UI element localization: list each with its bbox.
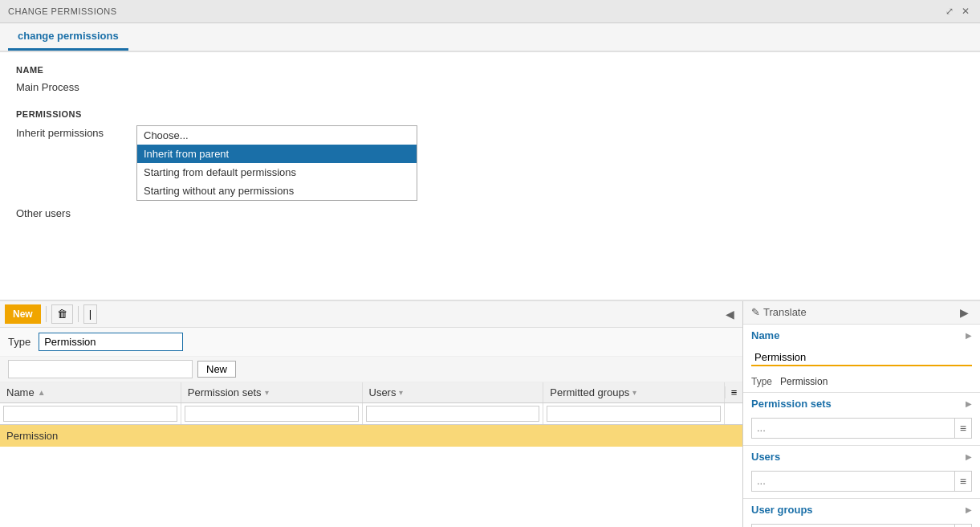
new-button[interactable]: New xyxy=(5,304,41,324)
th-users-sort: ▾ xyxy=(399,388,403,397)
rp-name-header[interactable]: Name ▶ xyxy=(743,325,980,346)
rp-psets-header[interactable]: Permission sets ▶ xyxy=(743,393,980,415)
rp-usergroups-menu-btn[interactable]: ≡ xyxy=(954,525,971,528)
name-section-label: NAME xyxy=(16,65,964,75)
expand-button[interactable]: ⤢ xyxy=(943,5,956,18)
dropdown-item-default[interactable]: Starting from default permissions xyxy=(137,163,417,182)
filter-permission-sets[interactable] xyxy=(185,406,359,422)
delete-button[interactable]: 🗑 xyxy=(51,304,73,324)
rp-name-arrow: ▶ xyxy=(966,331,972,340)
th-psets-sort: ▾ xyxy=(265,388,269,397)
rp-name-title: Name xyxy=(751,329,779,341)
new-row-input[interactable] xyxy=(8,360,193,378)
filter-permitted-groups[interactable] xyxy=(547,406,721,422)
window-title: CHANGE PERMISSIONS xyxy=(8,6,117,16)
tab-change-permissions[interactable]: change permissions xyxy=(8,23,128,51)
type-label: Type xyxy=(8,336,30,348)
permissions-dropdown[interactable]: Choose... Inherit from parent Starting f… xyxy=(136,125,417,201)
table-menu-icon[interactable]: ≡ xyxy=(725,386,742,398)
permissions-section-label: PERMISSIONS xyxy=(16,109,964,119)
rp-users-input[interactable] xyxy=(752,472,954,490)
rp-users-menu-btn[interactable]: ≡ xyxy=(954,472,971,491)
th-pgroups-sort: ▾ xyxy=(632,388,636,397)
rp-name-section: Name ▶ Type Permission xyxy=(743,325,980,393)
filter-name[interactable] xyxy=(3,406,177,422)
rp-usergroups-arrow: ▶ xyxy=(966,505,972,514)
inherit-permissions-label: Inherit permissions xyxy=(16,127,120,139)
rp-psets-menu-btn[interactable]: ≡ xyxy=(954,419,971,438)
rp-users-header[interactable]: Users ▶ xyxy=(743,446,980,468)
rp-usergroups-section: User groups ▶ ≡ xyxy=(743,499,980,528)
rp-users-arrow: ▶ xyxy=(966,452,972,461)
toolbar-extra-icon: | xyxy=(89,308,91,320)
rp-psets-arrow: ▶ xyxy=(966,399,972,408)
rp-name-input[interactable] xyxy=(751,349,972,366)
filter-users[interactable] xyxy=(366,406,540,422)
translate-label: Translate xyxy=(763,306,807,318)
toolbar-divider-1 xyxy=(46,306,47,322)
rp-psets-input[interactable] xyxy=(752,419,954,437)
main-process-value: Main Process xyxy=(16,81,964,93)
collapse-left-button[interactable]: ◀ xyxy=(722,308,738,321)
rp-psets-title: Permission sets xyxy=(751,398,832,410)
translate-icon: ✎ xyxy=(751,306,760,318)
row-permission-name: Permission xyxy=(6,430,58,442)
dropdown-item-none[interactable]: Starting without any permissions xyxy=(137,182,417,200)
th-permitted-groups[interactable]: Permitted groups ▾ xyxy=(543,382,725,402)
delete-icon: 🗑 xyxy=(57,308,67,320)
dropdown-item-choose[interactable]: Choose... xyxy=(137,126,417,145)
toolbar-extra-btn[interactable]: | xyxy=(83,304,97,324)
rp-type-label: Type xyxy=(751,376,772,387)
th-users[interactable]: Users ▾ xyxy=(363,382,544,402)
rp-users-title: Users xyxy=(751,451,780,463)
th-name[interactable]: Name ▲ xyxy=(0,382,181,402)
dropdown-item-inherit[interactable]: Inherit from parent xyxy=(137,145,417,163)
th-permission-sets[interactable]: Permission sets ▾ xyxy=(181,382,363,402)
rp-usergroups-title: User groups xyxy=(751,504,813,516)
th-name-sort: ▲ xyxy=(38,388,46,397)
table-row[interactable]: Permission xyxy=(0,425,742,447)
rp-users-section: Users ▶ ≡ xyxy=(743,446,980,499)
new-row-button[interactable]: New xyxy=(197,361,236,378)
other-users-label: Other users xyxy=(16,207,71,219)
close-button[interactable]: ✕ xyxy=(959,5,972,18)
type-input[interactable] xyxy=(39,333,183,351)
collapse-right-button[interactable]: ▶ xyxy=(957,306,972,319)
rp-permission-sets-section: Permission sets ▶ ≡ xyxy=(743,393,980,446)
translate-section: ✎ Translate xyxy=(751,306,807,318)
rp-usergroups-header[interactable]: User groups ▶ xyxy=(743,499,980,521)
toolbar-divider-2 xyxy=(78,306,79,322)
rp-type-value: Permission xyxy=(780,376,828,387)
